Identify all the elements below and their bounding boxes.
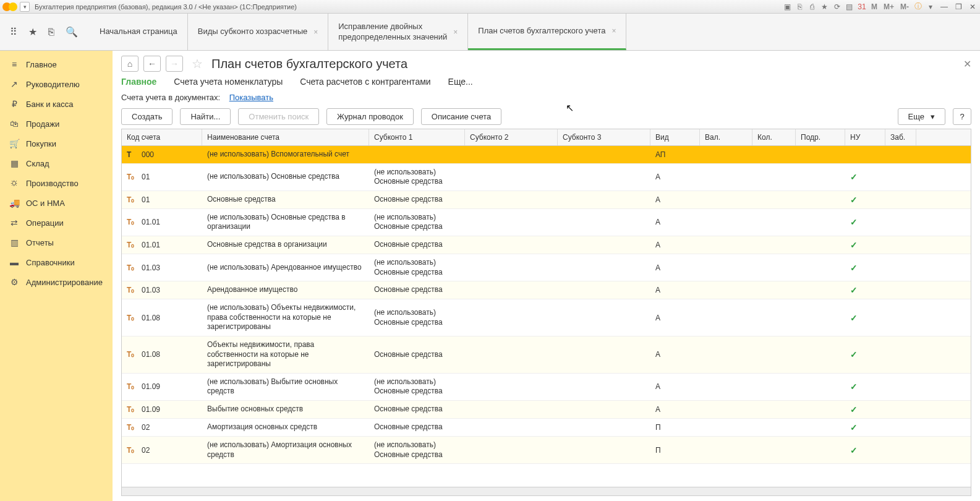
account-type-icon: T₀ bbox=[127, 241, 135, 249]
tab-close-icon[interactable]: × bbox=[453, 28, 458, 36]
cell-kind: А bbox=[650, 401, 700, 418]
memory-mplus-button[interactable]: M+ bbox=[884, 2, 894, 11]
cell-nu: ✓ bbox=[845, 164, 885, 191]
help-button[interactable]: ? bbox=[953, 108, 971, 125]
table-row[interactable]: T₀01.09(не использовать) Выбытие основны… bbox=[122, 374, 971, 401]
th-sub3[interactable]: Субконто 3 bbox=[558, 129, 650, 145]
memory-m-button[interactable]: M bbox=[871, 2, 877, 11]
table-row[interactable]: T₀01.08(не использовать) Объекты недвижи… bbox=[122, 299, 971, 336]
link-icon[interactable]: ⎘ bbox=[796, 2, 804, 11]
journal-button[interactable]: Журнал проводок bbox=[326, 108, 414, 125]
cancel-search-button[interactable]: Отменить поиск bbox=[238, 108, 319, 125]
tab-2[interactable]: Исправление двойных предопределенных зна… bbox=[328, 14, 468, 50]
favorite-page-icon[interactable]: ☆ bbox=[192, 56, 203, 71]
sidebar-icon: ⚙ bbox=[9, 277, 20, 287]
th-name[interactable]: Наименование счета bbox=[202, 129, 369, 145]
table-row[interactable]: T₀02Амортизация основных средствОсновные… bbox=[122, 419, 971, 437]
subnav-item-0[interactable]: Главное bbox=[121, 77, 156, 87]
cell-dept bbox=[796, 191, 845, 208]
cell-zab bbox=[885, 419, 916, 436]
table-row[interactable]: T₀01.01Основные средства в организацииОс… bbox=[122, 236, 971, 254]
clipboard-icon[interactable]: ⎘ bbox=[48, 27, 54, 38]
horizontal-scrollbar[interactable] bbox=[122, 487, 971, 495]
sidebar-icon: ▦ bbox=[9, 158, 20, 168]
maximize-button[interactable]: ❐ bbox=[955, 2, 962, 11]
doc-accounts-link[interactable]: Показывать bbox=[229, 93, 273, 102]
memory-mminus-button[interactable]: M- bbox=[900, 2, 909, 11]
sidebar-item-5[interactable]: ▦Склад bbox=[0, 153, 113, 173]
more-button[interactable]: Еще ▾ bbox=[898, 108, 945, 125]
th-dept[interactable]: Подр. bbox=[796, 129, 845, 145]
doc-accounts-label: Счета учета в документах: bbox=[121, 93, 220, 102]
calendar-icon[interactable]: 31 bbox=[858, 2, 866, 11]
tab-3[interactable]: План счетов бухгалтерского учета× bbox=[468, 14, 626, 50]
toolbar: Создать Найти... Отменить поиск Журнал п… bbox=[121, 108, 971, 125]
forward-button[interactable]: → bbox=[166, 56, 183, 72]
minimize-button[interactable]: — bbox=[940, 2, 948, 11]
th-nu[interactable]: НУ bbox=[845, 129, 885, 145]
th-kind[interactable]: Вид bbox=[650, 129, 700, 145]
close-window-button[interactable]: ✕ bbox=[969, 2, 976, 11]
system-menu-dropdown[interactable]: ▾ bbox=[20, 2, 30, 12]
th-code[interactable]: Код счета bbox=[122, 129, 202, 145]
back-button[interactable]: ← bbox=[143, 56, 161, 72]
favorite-icon[interactable]: ★ bbox=[820, 2, 829, 11]
sidebar-item-0[interactable]: ≡Главное bbox=[0, 54, 113, 74]
search-icon[interactable]: 🔍 bbox=[66, 26, 78, 38]
th-sub1[interactable]: Субконто 1 bbox=[369, 129, 465, 145]
table-row[interactable]: T₀01.01(не использовать) Основные средст… bbox=[122, 209, 971, 236]
cell-sub1: (не использовать) Основные средства bbox=[369, 254, 465, 281]
sidebar-item-8[interactable]: ⇄Операции bbox=[0, 213, 113, 233]
page-title: План счетов бухгалтерского учета bbox=[211, 57, 958, 71]
table-row[interactable]: T000(не использовать) Вспомогательный сч… bbox=[122, 146, 971, 164]
cell-dept bbox=[796, 401, 845, 418]
th-sub2[interactable]: Субконто 2 bbox=[465, 129, 558, 145]
table-row[interactable]: T₀02(не использовать) Амортизация основн… bbox=[122, 437, 971, 464]
apps-icon[interactable]: ⠿ bbox=[10, 26, 17, 38]
calc-icon[interactable]: ▤ bbox=[845, 2, 854, 11]
cell-curr bbox=[700, 191, 752, 208]
sidebar-item-4[interactable]: 🛒Покупки bbox=[0, 134, 113, 153]
close-page-button[interactable]: ✕ bbox=[963, 58, 971, 70]
th-curr[interactable]: Вал. bbox=[700, 129, 752, 145]
print-icon[interactable]: ⎙ bbox=[808, 2, 817, 11]
dropdown-icon[interactable]: ▾ bbox=[926, 2, 935, 11]
create-button[interactable]: Создать bbox=[121, 108, 173, 125]
table-row[interactable]: T₀01Основные средстваОсновные средстваА✓ bbox=[122, 191, 971, 209]
sidebar-item-9[interactable]: ▥Отчеты bbox=[0, 233, 113, 252]
table-body[interactable]: T000(не использовать) Вспомогательный сч… bbox=[122, 146, 971, 487]
history-icon[interactable]: ⟳ bbox=[833, 2, 842, 11]
subnav-item-3[interactable]: Еще... bbox=[448, 77, 473, 87]
tab-label: Виды субконто хозрасчетные bbox=[198, 27, 307, 37]
account-description-button[interactable]: Описание счета bbox=[421, 108, 501, 125]
find-button[interactable]: Найти... bbox=[180, 108, 231, 125]
sidebar-item-2[interactable]: ₽Банк и касса bbox=[0, 94, 113, 114]
table-row[interactable]: T₀01(не использовать) Основные средства(… bbox=[122, 164, 971, 191]
sidebar-item-6[interactable]: ⛭Производство bbox=[0, 173, 113, 193]
star-icon[interactable]: ★ bbox=[28, 26, 37, 38]
table-row[interactable]: T₀01.03Арендованное имуществоОсновные ср… bbox=[122, 281, 971, 299]
tab-close-icon[interactable]: × bbox=[313, 28, 318, 36]
account-type-icon: T₀ bbox=[127, 195, 135, 204]
home-button[interactable]: ⌂ bbox=[121, 56, 138, 72]
tab-close-icon[interactable]: × bbox=[611, 27, 616, 35]
th-qty[interactable]: Кол. bbox=[752, 129, 796, 145]
table-row[interactable]: T₀01.08Объекты недвижимости, права собст… bbox=[122, 336, 971, 374]
table-row[interactable]: T₀01.09Выбытие основных средствОсновные … bbox=[122, 401, 971, 419]
table-row[interactable]: T₀01.03(не использовать) Арендованное им… bbox=[122, 254, 971, 281]
accounts-table: Код счета Наименование счета Субконто 1 … bbox=[121, 129, 971, 496]
cell-name: (не использовать) Арендованное имущество bbox=[202, 254, 369, 281]
info-icon[interactable]: ⓘ bbox=[914, 2, 922, 11]
th-zab[interactable]: Заб. bbox=[885, 129, 916, 145]
sidebar-item-3[interactable]: 🛍Продажи bbox=[0, 114, 113, 134]
sidebar-item-10[interactable]: ▬Справочники bbox=[0, 252, 113, 272]
panel-icon[interactable]: ▣ bbox=[783, 2, 792, 11]
sidebar-item-7[interactable]: 🚚ОС и НМА bbox=[0, 193, 113, 213]
sidebar-item-11[interactable]: ⚙Администрирование bbox=[0, 272, 113, 292]
subnav-item-2[interactable]: Счета расчетов с контрагентами bbox=[300, 77, 430, 87]
tab-1[interactable]: Виды субконто хозрасчетные× bbox=[188, 14, 328, 50]
subnav-item-1[interactable]: Счета учета номенклатуры bbox=[174, 77, 283, 87]
check-icon: ✓ bbox=[850, 263, 858, 273]
tab-0[interactable]: Начальная страница bbox=[90, 14, 188, 50]
sidebar-item-1[interactable]: ↗Руководителю bbox=[0, 74, 113, 94]
